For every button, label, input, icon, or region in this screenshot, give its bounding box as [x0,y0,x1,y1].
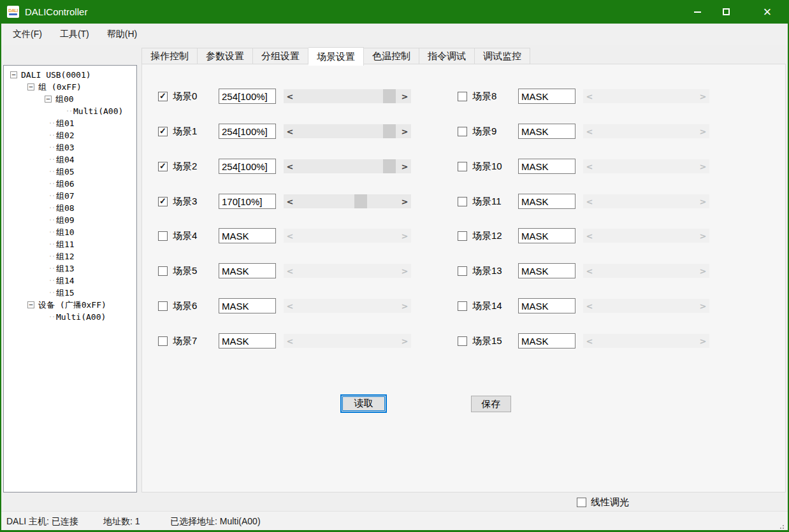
scene-value-input[interactable] [518,124,575,139]
scene-label: 场景0 [173,90,197,103]
scene-slider[interactable]: <> [284,124,411,138]
tree-item[interactable]: −DALI USB(0001) [4,69,136,81]
tab-参数设置[interactable]: 参数设置 [198,48,253,64]
scene-value-input[interactable] [518,194,575,209]
save-button[interactable]: 保存 [471,396,511,412]
scene-checkbox[interactable] [458,127,467,136]
slider-left-arrow-icon[interactable]: < [284,89,296,103]
app-icon-text: DALI [8,8,17,13]
tree-item[interactable]: ··组13 [4,262,136,275]
scene-checkbox[interactable]: ✓ [158,92,168,101]
scene-checkbox[interactable] [458,231,467,241]
scene-checkbox[interactable]: ✓ [158,162,168,171]
tab-分组设置[interactable]: 分组设置 [253,48,308,64]
scene-value-input[interactable] [219,89,276,104]
tab-场景设置[interactable]: 场景设置 [308,47,364,66]
tree-connector: ·· [48,190,55,202]
tree-item[interactable]: −组00 [4,93,136,105]
slider-left-arrow-icon: < [583,159,596,173]
scene-checkbox[interactable] [458,162,467,171]
scene-checkbox[interactable] [158,301,168,311]
scene-value-input[interactable] [219,194,276,209]
slider-right-arrow-icon[interactable]: > [398,89,411,103]
tree-item[interactable]: ··组08 [4,202,136,214]
tree-item[interactable]: ··组12 [4,250,136,262]
tree-expand-icon[interactable]: − [45,96,52,103]
scene-value-input[interactable] [219,333,276,349]
tree-expand-icon[interactable]: − [27,83,34,90]
minimize-button[interactable] [683,0,711,24]
menu-item-1[interactable]: 工具(T) [51,24,98,45]
menu-item-0[interactable]: 文件(F) [4,24,51,45]
scene-value-input[interactable] [518,89,575,104]
slider-left-arrow-icon[interactable]: < [284,194,296,208]
scene-checkbox[interactable] [158,231,168,241]
window-title: DALIController [25,6,87,17]
slider-thumb[interactable] [383,159,396,173]
menu-item-2[interactable]: 帮助(H) [98,24,146,45]
tree-item[interactable]: ··组05 [4,166,136,178]
tree-item[interactable]: ··组14 [4,275,136,287]
tab-调试监控[interactable]: 调试监控 [475,48,530,64]
scene-slider[interactable]: <> [284,89,411,103]
scene-slider[interactable]: <> [284,159,411,173]
tree-item[interactable]: ··组01 [4,117,136,129]
tree-expand-icon[interactable]: − [10,71,17,78]
tree-item[interactable]: ··组06 [4,178,136,190]
tree-item[interactable]: ··组03 [4,141,136,154]
slider-right-arrow-icon[interactable]: > [398,159,411,173]
tree-item-label: 组14 [56,275,75,287]
scene-row: ✓场景2<> [158,159,432,175]
tree-item[interactable]: −组 (0xFF) [4,81,136,93]
tree-connector: ·· [48,287,55,299]
scene-checkbox[interactable]: ✓ [158,197,168,206]
tree-item[interactable]: ··组07 [4,190,136,202]
tab-色温控制[interactable]: 色温控制 [364,48,419,64]
resize-grip[interactable] [783,525,784,526]
tab-指令调试[interactable]: 指令调试 [419,48,475,64]
scene-checkbox[interactable] [458,92,467,101]
maximize-icon [723,8,730,15]
slider-right-arrow-icon[interactable]: > [398,194,411,208]
tree-item[interactable]: ··组02 [4,129,136,141]
scene-checkbox[interactable] [458,197,467,206]
scene-value-input[interactable] [518,333,575,349]
scene-value-input[interactable] [518,263,575,278]
tree-item[interactable]: ··组15 [4,287,136,299]
tree-expand-icon[interactable]: − [27,301,34,308]
scene-checkbox[interactable] [158,266,168,276]
tree-item[interactable]: ··Multi(A00) [4,105,136,117]
slider-thumb[interactable] [383,124,396,138]
scene-value-input[interactable] [219,159,276,174]
scene-checkbox[interactable] [458,336,467,346]
scene-value-input[interactable] [518,298,575,313]
tree-item[interactable]: ··组10 [4,226,136,238]
maximize-button[interactable] [712,0,740,24]
scene-checkbox[interactable]: ✓ [158,127,168,136]
tree-item[interactable]: ··组09 [4,214,136,226]
slider-left-arrow-icon[interactable]: < [284,124,296,138]
scene-checkbox[interactable] [458,266,467,276]
slider-thumb[interactable] [383,89,396,103]
scene-value-input[interactable] [219,228,276,243]
scene-value-input[interactable] [219,298,276,313]
linear-dimming-checkbox[interactable] [577,498,586,507]
scene-checkbox[interactable] [458,301,467,311]
scene-value-input[interactable] [518,228,575,243]
scene-value-input[interactable] [518,159,575,174]
scene-slider[interactable]: <> [284,194,411,208]
slider-right-arrow-icon[interactable]: > [398,124,411,138]
tree-item[interactable]: ··组11 [4,238,136,250]
slider-left-arrow-icon[interactable]: < [284,159,296,173]
tree-item[interactable]: ··Multi(A00) [4,311,136,323]
scene-checkbox[interactable] [158,336,168,346]
slider-thumb[interactable] [354,194,367,208]
slider-right-arrow-icon: > [398,334,411,348]
tree-item[interactable]: −设备 (广播0xFF) [4,299,136,311]
read-button[interactable]: 读取 [340,394,387,413]
scene-value-input[interactable] [219,124,276,139]
tab-操作控制[interactable]: 操作控制 [141,48,198,64]
scene-value-input[interactable] [219,263,276,278]
close-button[interactable]: × [752,0,783,24]
tree-item[interactable]: ··组04 [4,154,136,166]
